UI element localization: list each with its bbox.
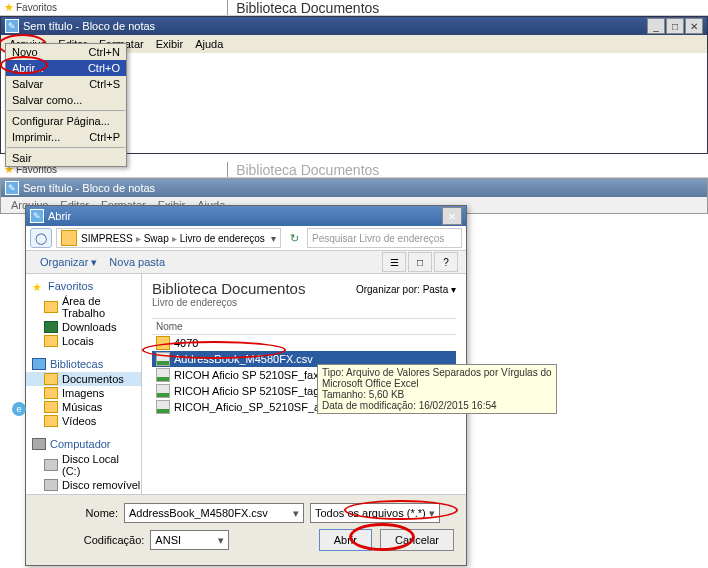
menu-sair[interactable]: Sair	[6, 150, 126, 166]
browser-icon[interactable]: e	[12, 402, 26, 416]
preview-button[interactable]: □	[408, 252, 432, 272]
minimize-button[interactable]: _	[647, 18, 665, 34]
sidebar-disco-c[interactable]: Disco Local (C:)	[26, 452, 141, 478]
sidebar-musicas[interactable]: Músicas	[26, 400, 141, 414]
favorites-label: ★ Favoritos	[0, 0, 61, 15]
notepad-icon: ✎	[5, 19, 19, 33]
file-row-folder[interactable]: 4070	[152, 335, 456, 351]
drive-icon	[44, 479, 58, 491]
dialog-titlebar: ✎ Abrir ✕	[26, 206, 466, 226]
organize-button[interactable]: Organizar ▾	[34, 256, 103, 269]
sidebar-documentos[interactable]: Documentos	[26, 372, 141, 386]
dialog-navbar: ◯ SIMPRESS ▸ Swap ▸ Livro de endereços ▾…	[26, 226, 466, 251]
folder-icon	[61, 230, 77, 246]
favorites-text: Favoritos	[16, 2, 57, 13]
folder-icon	[44, 335, 58, 347]
computer-icon	[32, 438, 46, 450]
sidebar-computador[interactable]: Computador	[26, 436, 141, 452]
folder-icon	[44, 415, 58, 427]
notepad-icon: ✎	[30, 209, 44, 223]
menu-salvar[interactable]: Salvar Ctrl+S	[6, 76, 126, 92]
sidebar-disco-d[interactable]: Disco removível (D	[26, 478, 141, 492]
library-subtitle: Livro de endereços	[152, 297, 456, 308]
close-button[interactable]: ✕	[685, 18, 703, 34]
dialog-close-button[interactable]: ✕	[442, 207, 462, 225]
csv-icon	[156, 352, 170, 366]
folder-icon	[44, 373, 58, 385]
list-header-nome[interactable]: Nome	[152, 318, 456, 335]
drive-icon	[44, 459, 58, 471]
file-tooltip: Tipo: Arquivo de Valores Separados por V…	[317, 364, 557, 414]
menu-config-pagina[interactable]: Configurar Página...	[6, 113, 126, 129]
dialog-title: Abrir	[48, 210, 71, 222]
filename-input[interactable]: AddressBook_M4580FX.csv ▾	[124, 503, 304, 523]
notepad-icon: ✎	[5, 181, 19, 195]
refresh-button[interactable]: ↻	[285, 229, 303, 247]
menu-salvar-como[interactable]: Salvar como...	[6, 92, 126, 108]
cancel-button[interactable]: Cancelar	[380, 529, 454, 551]
folder-icon	[156, 336, 170, 350]
sidebar-imagens[interactable]: Imagens	[26, 386, 141, 400]
folder-icon	[44, 401, 58, 413]
nome-label: Nome:	[38, 507, 118, 519]
sidebar-videos[interactable]: Vídeos	[26, 414, 141, 428]
page-title: Biblioteca Documentos	[228, 0, 387, 15]
window-title-2: Sem título - Bloco de notas	[23, 182, 155, 194]
sidebar-favoritos[interactable]: ★ Favoritos	[26, 278, 141, 294]
folder-icon	[44, 387, 58, 399]
download-icon	[44, 321, 58, 333]
titlebar: ✎ Sem título - Bloco de notas _ □ ✕	[1, 17, 707, 35]
library-icon	[32, 358, 46, 370]
titlebar-2: ✎ Sem título - Bloco de notas	[1, 179, 707, 197]
dialog-toolbar: Organizar ▾ Nova pasta ☰ □ ?	[26, 251, 466, 274]
folder-icon	[44, 301, 58, 313]
new-folder-button[interactable]: Nova pasta	[103, 256, 171, 268]
back-button[interactable]: ◯	[30, 228, 52, 248]
csv-icon	[156, 384, 170, 398]
menu-ajuda[interactable]: Ajuda	[189, 37, 229, 51]
search-input[interactable]: Pesquisar Livro de endereços	[307, 228, 462, 248]
window-title: Sem título - Bloco de notas	[23, 20, 155, 32]
menu-imprimir[interactable]: Imprimir... Ctrl+P	[6, 129, 126, 145]
open-file-dialog: ✎ Abrir ✕ ◯ SIMPRESS ▸ Swap ▸ Livro de e…	[25, 205, 467, 566]
help-button[interactable]: ?	[434, 252, 458, 272]
csv-icon	[156, 368, 170, 382]
sidebar-downloads[interactable]: Downloads	[26, 320, 141, 334]
filetype-select[interactable]: Todos os arquivos (*.*) ▾	[310, 503, 440, 523]
menu-novo[interactable]: Novo Ctrl+N	[6, 44, 126, 60]
page-title-2: Biblioteca Documentos	[228, 162, 387, 177]
sidebar-area-trabalho[interactable]: Área de Trabalho	[26, 294, 141, 320]
view-button[interactable]: ☰	[382, 252, 406, 272]
menu-exibir[interactable]: Exibir	[150, 37, 190, 51]
file-dropdown-menu: Novo Ctrl+N Abrir... Ctrl+O Salvar Ctrl+…	[5, 43, 127, 167]
encoding-select[interactable]: ANSI ▾	[150, 530, 228, 550]
dialog-main-pane: Biblioteca Documentos Livro de endereços…	[142, 274, 466, 494]
open-button[interactable]: Abrir	[319, 529, 372, 551]
organize-by[interactable]: Organizar por: Pasta ▾	[356, 284, 456, 295]
encoding-label: Codificação:	[38, 534, 144, 546]
dialog-footer: Nome: AddressBook_M4580FX.csv ▾ Todos os…	[26, 494, 466, 565]
csv-icon	[156, 400, 170, 414]
star-icon: ★	[32, 281, 44, 291]
breadcrumb[interactable]: SIMPRESS ▸ Swap ▸ Livro de endereços ▾	[56, 228, 281, 248]
star-icon: ★	[4, 1, 14, 14]
dialog-sidebar: ★ Favoritos Área de Trabalho Downloads L…	[26, 274, 142, 494]
sidebar-bibliotecas[interactable]: Bibliotecas	[26, 356, 141, 372]
maximize-button[interactable]: □	[666, 18, 684, 34]
menu-abrir[interactable]: Abrir... Ctrl+O	[6, 60, 126, 76]
sidebar-locais[interactable]: Locais	[26, 334, 141, 348]
